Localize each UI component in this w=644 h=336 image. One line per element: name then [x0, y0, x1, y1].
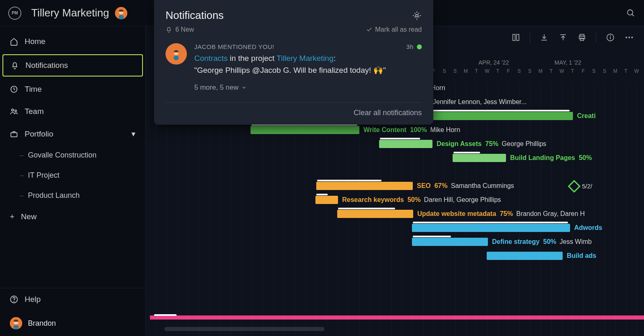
sidebar-item-notifications[interactable]: Notifications [2, 54, 143, 76]
summary-bar[interactable] [150, 315, 644, 320]
day-cell: T [621, 68, 631, 74]
gantt-bar[interactable] [487, 252, 563, 260]
task-title: Design Assets 75% [437, 140, 499, 148]
app-logo[interactable]: PM [8, 7, 21, 20]
gantt-bar[interactable] [421, 112, 573, 120]
task-title: Define strategy 50% [492, 238, 557, 246]
day-cell: T [567, 68, 578, 74]
day-cell: M [610, 68, 621, 74]
day-cell: S [439, 68, 450, 74]
gantt-bar[interactable] [251, 126, 359, 134]
task-title: Adwords [574, 224, 602, 232]
search-icon[interactable] [626, 8, 636, 18]
day-cell: S [524, 68, 535, 74]
portfolio-child[interactable]: Govalle Construction [0, 145, 145, 165]
print-icon[interactable] [577, 32, 587, 42]
separator [530, 32, 530, 43]
user-avatar [10, 317, 22, 329]
month-label: MAY, 1 '22 [554, 59, 581, 66]
svg-point-23 [628, 37, 630, 38]
svg-line-4 [632, 14, 634, 16]
gantt-bar[interactable] [453, 154, 506, 162]
sidebar-item-label: Portfolio [25, 130, 53, 139]
notification-item[interactable]: JACOB MENTIONED YOU! 3h Contracts in the… [166, 43, 422, 93]
workspace-title[interactable]: Tillery Marketing [31, 7, 109, 19]
svg-rect-14 [513, 35, 515, 41]
mark-all-read[interactable]: Mark all as read [366, 26, 422, 33]
sidebar-item-home[interactable]: Home [0, 30, 145, 53]
link-project[interactable]: Tillery Marketing [276, 54, 334, 63]
gantt-row[interactable]: ps, Jennifer Lennon, Jess Wimber... [419, 98, 527, 106]
link-contracts[interactable]: Contracts [194, 54, 228, 63]
horizontal-scrollbar[interactable] [164, 327, 324, 331]
svg-point-3 [628, 9, 633, 15]
gantt-row[interactable]: Build ads [487, 252, 596, 260]
gantt-row[interactable]: Design Assets 75%George Phillips [379, 140, 546, 148]
gantt-row[interactable]: Build Landing Pages 50% [453, 154, 592, 162]
gantt-row[interactable]: Adwords [412, 224, 602, 232]
panel-title: Notifications [166, 9, 224, 22]
task-assignees: Daren Hill, George Phillips [424, 196, 501, 204]
briefcase-icon [10, 130, 18, 138]
svg-point-24 [631, 37, 633, 38]
notifications-panel: Notifications 6 New Mark all as read JAC… [154, 0, 433, 125]
separator [596, 32, 596, 43]
day-cell: S [589, 68, 599, 74]
day-cell: W [482, 68, 492, 74]
sidebar-item-time[interactable]: Time [0, 78, 145, 100]
new-button[interactable]: + New [0, 206, 145, 228]
task-title: SEO 67% [417, 182, 448, 190]
day-cell: F [578, 68, 589, 74]
svg-point-6 [12, 109, 14, 111]
day-cell: F [503, 68, 514, 74]
notification-time: 3h [406, 43, 414, 50]
new-count: 6 New [175, 26, 194, 33]
upload-icon[interactable] [558, 32, 568, 42]
svg-point-22 [626, 37, 627, 38]
chevron-down-icon: ▾ [131, 129, 136, 139]
team-icon [10, 107, 18, 116]
sidebar-item-portfolio[interactable]: Portfolio▾ [0, 123, 145, 145]
svg-point-21 [610, 35, 611, 36]
gantt-row[interactable]: Update website metadata 75%Brandon Gray,… [337, 210, 585, 218]
portfolio-child[interactable]: IT Project [0, 165, 145, 185]
gantt-row[interactable]: SEO 67%Samantha Cummings [316, 182, 514, 190]
help-label: Help [25, 295, 41, 304]
sidebar-item-team[interactable]: Team [0, 100, 145, 123]
task-title: Write Content 100% [363, 126, 427, 134]
expand-more[interactable]: 5 more, 5 new [194, 83, 422, 92]
task-title: Research keywords 50% [342, 196, 421, 204]
svg-rect-15 [517, 35, 519, 41]
notification-avatar [166, 43, 187, 65]
task-title: Update website metadata 75% [417, 210, 513, 218]
gantt-bar[interactable] [412, 238, 488, 246]
day-cell: M [460, 68, 471, 74]
gantt-row[interactable]: Define strategy 50%Jess Wimb [412, 238, 592, 246]
gantt-bar[interactable] [379, 140, 432, 148]
gantt-bar[interactable] [315, 196, 338, 204]
portfolio-child[interactable]: Product Launch [0, 185, 145, 206]
help-button[interactable]: Help [0, 288, 145, 311]
task-title: Build Landing Pages 50% [510, 154, 592, 162]
gantt-row[interactable]: Research keywords 50%Daren Hill, George … [315, 196, 501, 204]
clear-all-notifications[interactable]: Clear all notifications [166, 102, 422, 117]
notification-text: Contracts in the project Tillery Marketi… [194, 53, 422, 76]
workspace-avatar[interactable] [115, 7, 127, 19]
gantt-bar[interactable] [337, 210, 413, 218]
svg-rect-8 [11, 132, 17, 137]
grid-icon[interactable] [511, 32, 521, 42]
sidebar-item-label: Team [25, 107, 44, 116]
svg-point-25 [416, 14, 418, 17]
download-icon[interactable] [539, 32, 549, 42]
gantt-bar[interactable] [316, 182, 413, 190]
svg-point-10 [14, 301, 14, 302]
more-icon[interactable] [624, 32, 634, 42]
info-icon[interactable] [605, 32, 615, 42]
gantt-row[interactable]: Write Content 100%Mike Horn [251, 126, 460, 134]
current-user[interactable]: Brandon [0, 311, 145, 336]
task-assignees: Jess Wimb [560, 238, 592, 246]
milestone[interactable] [568, 180, 580, 192]
gantt-row[interactable]: Creati [421, 112, 596, 120]
gantt-bar[interactable] [412, 224, 570, 232]
gear-icon[interactable] [412, 11, 422, 21]
